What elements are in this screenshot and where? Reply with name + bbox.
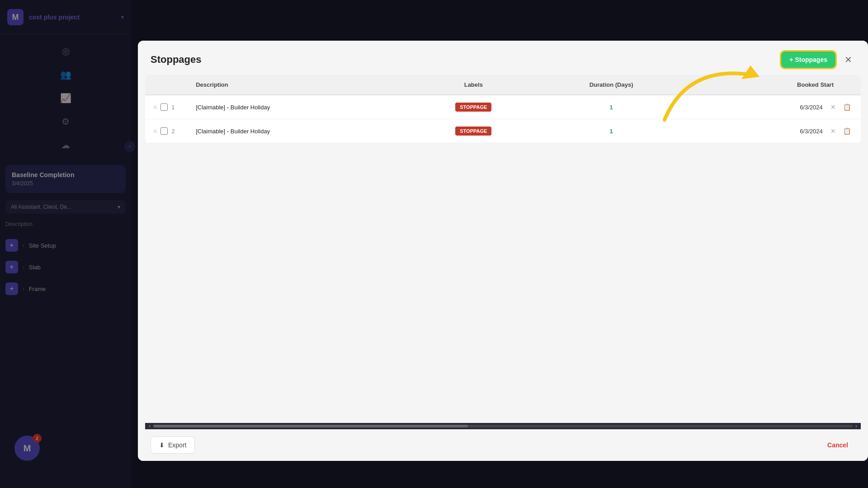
cancel-button[interactable]: Cancel <box>820 437 855 453</box>
modal-header-actions: + Stoppages ✕ <box>781 52 855 68</box>
stoppages-modal: Stoppages + Stoppages ✕ Description Labe… <box>138 41 868 461</box>
table-row: ≡ 2 [Claimable] - Builder Holiday STOPPA… <box>145 119 861 143</box>
row-2-desc-text: [Claimable] - Builder Holiday <box>196 128 270 135</box>
row-2-delete-icon[interactable]: ✕ <box>829 126 838 136</box>
row-2-edit-icon[interactable]: 📋 <box>841 126 853 136</box>
row-1-controls: ≡ 1 <box>145 95 188 119</box>
table-row: ≡ 1 [Claimable] - Builder Holiday STOPPA… <box>145 95 861 119</box>
col-header-description: Description <box>188 75 409 95</box>
row-1-duration: 1 <box>538 95 684 119</box>
export-label: Export <box>168 441 186 449</box>
row-2-number: 2 <box>171 128 179 135</box>
row-2-duration: 1 <box>538 119 684 143</box>
add-stoppage-button[interactable]: + Stoppages <box>781 52 835 68</box>
row-2-labels: STOPPAGE <box>409 119 538 143</box>
scroll-left-arrow[interactable]: ‹ <box>149 423 151 429</box>
export-button[interactable]: ⬇ Export <box>151 436 195 454</box>
col-header-controls <box>145 75 188 95</box>
table-header-row: Description Labels Duration (Days) Booke… <box>145 75 861 95</box>
row-2-controls: ≡ 2 <box>145 119 188 143</box>
modal-footer: ⬇ Export Cancel <box>138 429 868 461</box>
scroll-right-arrow[interactable]: › <box>855 423 857 429</box>
row-1-stoppage-badge: STOPPAGE <box>455 103 491 112</box>
table-container: Description Labels Duration (Days) Booke… <box>138 75 868 423</box>
row-1-description: [Claimable] - Builder Holiday <box>188 95 409 119</box>
row-2-duration-val: 1 <box>610 128 613 135</box>
scrollbar-thumb <box>153 425 468 427</box>
row-1-labels: STOPPAGE <box>409 95 538 119</box>
modal-title: Stoppages <box>151 54 201 66</box>
row-1-duration-val: 1 <box>610 104 613 111</box>
row-1-booked-start: 6/3/2024 ✕ 📋 <box>685 95 861 119</box>
row-2-checkbox[interactable] <box>160 127 168 135</box>
row-1-date-val: 6/3/2024 <box>800 104 823 111</box>
row-2-booked-start: 6/3/2024 ✕ 📋 <box>685 119 861 143</box>
modal-close-button[interactable]: ✕ <box>841 52 855 67</box>
export-icon: ⬇ <box>159 441 165 449</box>
col-header-duration: Duration (Days) <box>538 75 684 95</box>
horizontal-scrollbar[interactable]: ‹ › <box>145 423 861 429</box>
stoppages-table: Description Labels Duration (Days) Booke… <box>145 75 861 143</box>
row-1-desc-text: [Claimable] - Builder Holiday <box>196 104 270 111</box>
row-2-stoppage-badge: STOPPAGE <box>455 127 491 136</box>
modal-header: Stoppages + Stoppages ✕ <box>138 41 868 75</box>
row-2-date-val: 6/3/2024 <box>800 128 823 135</box>
scrollbar-track[interactable] <box>153 425 853 427</box>
row-2-description: [Claimable] - Builder Holiday <box>188 119 409 143</box>
col-header-booked-start: Booked Start <box>685 75 861 95</box>
row-1-delete-icon[interactable]: ✕ <box>829 102 838 113</box>
drag-icon-1[interactable]: ≡ <box>153 103 157 111</box>
row-1-checkbox[interactable] <box>160 103 168 111</box>
row-1-edit-icon[interactable]: 📋 <box>841 102 853 113</box>
col-header-labels: Labels <box>409 75 538 95</box>
row-1-number: 1 <box>171 104 179 111</box>
drag-icon-2[interactable]: ≡ <box>153 127 157 135</box>
